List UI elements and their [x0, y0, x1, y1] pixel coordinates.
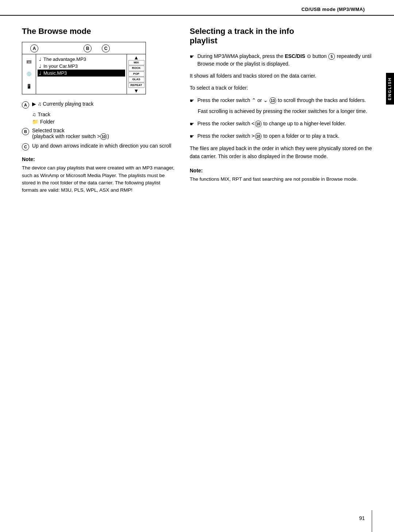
right-section-title: Selecting a track in the info playlist [190, 27, 372, 46]
item-c-circle: C [22, 143, 29, 150]
browse-mode-title: The Browse mode [22, 27, 175, 36]
right-note-section: Note: The functions MIX, RPT and fast se… [190, 168, 372, 183]
track-icon: ♩ [39, 70, 41, 76]
circle-13: 13 [270, 97, 276, 104]
bullet-icon-3: ☛ [190, 120, 194, 128]
rock-label: ROCK [128, 66, 144, 71]
list-item: 📁 Folder [32, 119, 175, 125]
bullet-item-1: ☛ During MP3/WMA playback, press the ESC… [190, 52, 372, 68]
diagram-right: ▲ MIX ROCK POP GLAS REPEAT ▼ [127, 54, 146, 94]
header-title: CD/USB mode (MP3/WMA) [301, 7, 365, 12]
sub-item-folder: Folder [40, 119, 55, 125]
bullet-icon-2: ☛ [190, 97, 194, 105]
para-fast-scroll: Fast scrolling is achieved by pressing t… [198, 107, 372, 116]
icon-phone: 📱 [26, 84, 32, 89]
table-row-highlighted: ♩ Music.MP3 [38, 70, 125, 77]
diagram-labels-row: A B C [22, 42, 146, 54]
item-b: B Selected track(playback with rocker sw… [22, 128, 175, 140]
arrow-down-icon: ▼ [134, 88, 139, 93]
right-note-label: Note: [190, 168, 372, 173]
track-icon: ♩ [39, 56, 41, 62]
sub-item-track: Track [38, 112, 50, 117]
diagram-tracks: ♩ The advantage.MP3 ♩ In your Car.MP3 ♩ … [36, 54, 127, 94]
para-files-order: The files are played back in the order i… [190, 145, 372, 160]
item-a-text: ▶ ♫ Currently playing track [32, 101, 94, 107]
diagram-left-icons: 📼 💿 📱 [22, 54, 36, 94]
glas-label: GLAS [128, 77, 144, 82]
bullet-4-text: Press the rocker switch >10 to open a fo… [197, 132, 339, 140]
note-icon: ♫ [32, 112, 36, 117]
circle-10-b: 10 [255, 121, 262, 127]
bullet-icon-4: ☛ [190, 133, 194, 140]
track-name: In your Car.MP3 [43, 63, 78, 69]
item-a-circle: A [22, 101, 29, 109]
folder-icon: 📁 [32, 119, 38, 125]
icon-tape: 📼 [26, 59, 32, 64]
left-note-label: Note: [22, 156, 175, 162]
para-to-select: To select a track or folder: [190, 84, 372, 92]
table-row: ♩ The advantage.MP3 [39, 56, 124, 63]
left-note-text: The device can play playlists that were … [22, 164, 175, 194]
circle-10-c: 10 [255, 133, 262, 140]
bullet-item-2: ☛ Press the rocker switch ⌃ or ⌄ 13 to s… [190, 97, 372, 105]
item-c: C Up and down arrows indicate in which d… [22, 143, 175, 150]
bullet-3-text: Press the rocker switch <10 to change up… [197, 120, 346, 128]
repeat-label: REPEAT [128, 83, 144, 88]
track-icon: ♩ [39, 63, 41, 69]
circle-5: 5 [328, 53, 335, 60]
diagram-label-a: A [30, 44, 38, 52]
right-column: Selecting a track in the info playlist ☛… [190, 27, 372, 194]
page-divider [372, 510, 372, 532]
table-row: ♩ In your Car.MP3 [39, 63, 124, 70]
para-1: It shows all folders and tracks stored o… [190, 72, 372, 80]
circle-10: 10 [100, 133, 107, 140]
item-c-text: Up and down arrows indicate in which dir… [32, 143, 171, 149]
pop-label: POP [128, 71, 144, 77]
sub-items: ♫ Track 📁 Folder [32, 112, 175, 125]
bullet-item-4: ☛ Press the rocker switch >10 to open a … [190, 132, 372, 140]
bullet-item-3: ☛ Press the rocker switch <10 to change … [190, 120, 372, 128]
mix-labels: MIX ROCK POP GLAS REPEAT [128, 60, 144, 88]
item-a: A ▶ ♫ Currently playing track [22, 101, 175, 109]
left-column: The Browse mode A B C 📼 💿 📱 [22, 27, 175, 194]
track-name: The advantage.MP3 [43, 56, 86, 62]
diagram-label-c: C [102, 44, 110, 52]
page-number: 91 [359, 515, 365, 521]
right-note-text: The functions MIX, RPT and fast searchin… [190, 176, 372, 183]
bullet-1-text: During MP3/WMA playback, press the ESC/D… [197, 52, 372, 68]
track-name: Music.MP3 [43, 70, 67, 76]
item-b-text: Selected track(playback with rocker swit… [32, 128, 109, 140]
left-note-section: Note: The device can play playlists that… [22, 156, 175, 194]
diagram-label-b: B [84, 44, 92, 52]
list-item: ♫ Track [32, 112, 175, 117]
bullet-2-text: Press the rocker switch ⌃ or ⌄ 13 to scr… [197, 97, 366, 104]
arrow-up-icon: ▲ [134, 55, 139, 60]
page-header: CD/USB mode (MP3/WMA) [0, 0, 394, 16]
item-b-circle: B [22, 128, 29, 135]
diagram-body: 📼 💿 📱 ♩ The advantage.MP3 ♩ In your Car.… [22, 54, 146, 94]
bullet-icon-1: ☛ [190, 53, 194, 60]
browse-diagram: A B C 📼 💿 📱 ♩ The advantage.MP3 [22, 42, 146, 94]
mix-label: MIX [128, 60, 144, 65]
icon-cd: 💿 [26, 71, 32, 77]
english-sidebar: ENGLISH [386, 73, 394, 105]
main-content: The Browse mode A B C 📼 💿 📱 [0, 16, 394, 205]
